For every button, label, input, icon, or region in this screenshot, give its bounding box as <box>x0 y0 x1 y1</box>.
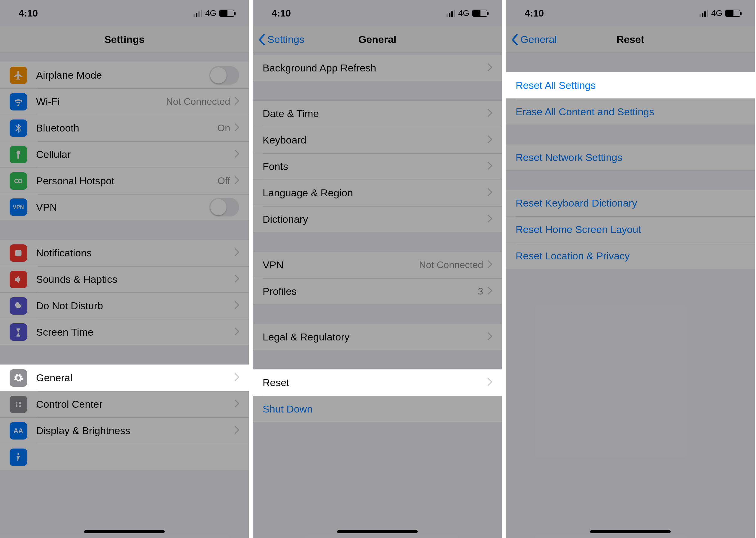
row-dictionary[interactable]: Dictionary <box>253 206 502 232</box>
row-control-center[interactable]: Control Center <box>0 391 249 417</box>
chevron-right-icon <box>487 259 492 271</box>
svg-rect-4 <box>16 404 18 407</box>
row-reset-all-settings[interactable]: Reset All Settings <box>506 72 755 98</box>
row-label: Sounds & Haptics <box>36 274 234 285</box>
chevron-right-icon <box>487 134 492 146</box>
row-shutdown[interactable]: Shut Down <box>253 396 502 422</box>
svg-point-3 <box>16 402 18 404</box>
row-erase-all[interactable]: Erase All Content and Settings <box>506 98 755 125</box>
chevron-right-icon <box>234 122 239 134</box>
row-label: Personal Hotspot <box>36 175 218 187</box>
chevron-right-icon <box>487 286 492 297</box>
row-detail: On <box>217 123 230 134</box>
row-reset-location[interactable]: Reset Location & Privacy <box>506 242 755 269</box>
status-bar: 4:10 4G <box>0 0 249 27</box>
status-bar: 4:10 4G <box>253 0 502 27</box>
chevron-right-icon <box>487 187 492 199</box>
row-label: Display & Brightness <box>36 425 234 437</box>
row-airplane-mode[interactable]: Airplane Mode <box>0 62 249 88</box>
chevron-right-icon <box>234 247 239 259</box>
airplane-toggle[interactable] <box>209 66 239 85</box>
status-right: 4G <box>447 8 487 18</box>
status-time: 4:10 <box>19 8 38 19</box>
row-notifications[interactable]: Notifications <box>0 240 249 266</box>
row-general[interactable]: General <box>0 364 249 391</box>
svg-rect-5 <box>19 402 21 404</box>
row-label: Keyboard <box>263 134 487 146</box>
battery-icon <box>725 10 740 17</box>
row-screentime[interactable]: Screen Time <box>0 319 249 345</box>
row-partial[interactable] <box>0 444 249 470</box>
screen-reset: 4:10 4G General Reset Reset All Settings… <box>506 0 755 538</box>
row-label: Reset Location & Privacy <box>516 250 745 262</box>
nav-bar: Settings <box>0 27 249 53</box>
row-keyboard[interactable]: Keyboard <box>253 127 502 153</box>
row-reset-network[interactable]: Reset Network Settings <box>506 144 755 171</box>
row-label: Language & Region <box>263 187 487 199</box>
row-bluetooth[interactable]: Bluetooth On <box>0 115 249 141</box>
row-reset-home[interactable]: Reset Home Screen Layout <box>506 216 755 242</box>
row-hotspot[interactable]: Personal Hotspot Off <box>0 168 249 194</box>
chevron-right-icon <box>487 377 492 389</box>
nav-bar: General Reset <box>506 27 755 53</box>
row-datetime[interactable]: Date & Time <box>253 100 502 127</box>
chevron-right-icon <box>487 108 492 120</box>
row-sounds[interactable]: Sounds & Haptics <box>0 266 249 293</box>
screen-settings: 4:10 4G Settings Airplane Mode Wi-Fi Not… <box>0 0 249 538</box>
row-label: Reset All Settings <box>516 80 745 91</box>
nav-title: Settings <box>104 34 145 45</box>
row-label: Screen Time <box>36 326 234 338</box>
chevron-right-icon <box>234 274 239 285</box>
row-cellular[interactable]: Cellular <box>0 141 249 168</box>
row-reset[interactable]: Reset <box>253 369 502 396</box>
back-button[interactable]: Settings <box>258 27 304 53</box>
row-label: Reset Keyboard Dictionary <box>516 197 745 209</box>
back-button[interactable]: General <box>511 27 557 53</box>
row-label: Bluetooth <box>36 122 217 134</box>
row-label: Do Not Disturb <box>36 300 234 312</box>
row-vpn[interactable]: VPN VPN <box>0 194 249 220</box>
chevron-right-icon <box>234 149 239 160</box>
chevron-right-icon <box>234 300 239 312</box>
network-label: 4G <box>458 8 469 18</box>
network-label: 4G <box>711 8 723 18</box>
row-display[interactable]: AA Display & Brightness <box>0 417 249 444</box>
home-indicator <box>337 530 418 533</box>
signal-icon <box>447 10 455 17</box>
row-label: Fonts <box>263 161 487 172</box>
row-label: VPN <box>263 259 419 271</box>
row-wifi[interactable]: Wi-Fi Not Connected <box>0 88 249 115</box>
row-fonts[interactable]: Fonts <box>253 153 502 180</box>
home-indicator <box>84 530 165 533</box>
chevron-right-icon <box>234 326 239 338</box>
row-label: Wi-Fi <box>36 96 166 107</box>
row-legal[interactable]: Legal & Regulatory <box>253 324 502 350</box>
chevron-right-icon <box>234 372 239 384</box>
row-label: VPN <box>36 201 209 213</box>
row-language[interactable]: Language & Region <box>253 180 502 206</box>
svg-point-7 <box>18 453 19 455</box>
status-time: 4:10 <box>272 8 291 19</box>
chevron-left-icon <box>258 34 266 46</box>
vpn-toggle[interactable] <box>209 198 239 216</box>
nav-title: Reset <box>617 34 645 45</box>
chevron-left-icon <box>511 34 519 46</box>
vpn-icon: VPN <box>10 198 27 216</box>
chevron-right-icon <box>234 175 239 187</box>
row-label: Reset <box>263 377 487 389</box>
network-label: 4G <box>205 8 216 18</box>
general-icon <box>10 369 27 387</box>
screen-general: 4:10 4G Settings General Background App … <box>253 0 502 538</box>
row-label: Control Center <box>36 399 234 410</box>
svg-point-0 <box>15 179 18 183</box>
signal-icon <box>194 10 202 17</box>
row-profiles[interactable]: Profiles 3 <box>253 278 502 304</box>
row-dnd[interactable]: Do Not Disturb <box>0 293 249 319</box>
row-bg-refresh[interactable]: Background App Refresh <box>253 55 502 81</box>
control-center-icon <box>10 396 27 413</box>
row-reset-keyboard[interactable]: Reset Keyboard Dictionary <box>506 190 755 216</box>
sounds-icon <box>10 271 27 288</box>
back-label: Settings <box>268 34 304 45</box>
row-label: Erase All Content and Settings <box>516 106 745 118</box>
row-vpn-general[interactable]: VPN Not Connected <box>253 251 502 278</box>
